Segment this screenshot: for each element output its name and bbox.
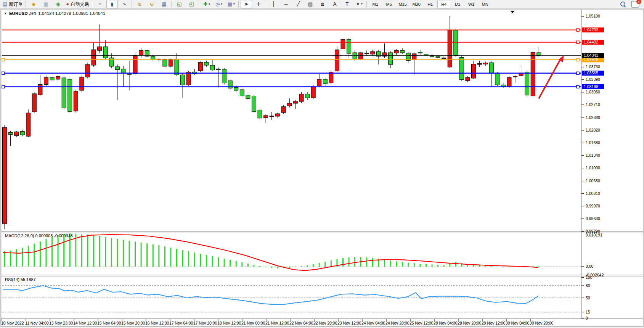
timeframe-mn-button[interactable]: MN (479, 0, 491, 8)
auto-trading-icon: ● (66, 0, 69, 8)
candle-down (454, 30, 458, 56)
price-tick-label: 1.01340 (586, 153, 600, 158)
arrows-button[interactable]: ✦▾ (353, 0, 365, 8)
auto-trading-button[interactable]: ●自动交易 (64, 0, 90, 8)
candle-down (216, 69, 220, 70)
timeframe-m30-button[interactable]: M30 (410, 0, 423, 8)
hline-right-handle[interactable] (577, 29, 579, 31)
new-order-icon: ▤ (3, 0, 7, 8)
cursor-button[interactable]: ➤ (241, 0, 252, 8)
candle-up (477, 63, 482, 64)
text-button[interactable]: A (329, 0, 340, 8)
price-tick-label: 1.02020 (586, 128, 600, 132)
tile-windows-button[interactable]: ▦ (158, 0, 170, 8)
zoom-out-button[interactable]: ⊖ (146, 0, 157, 8)
macd-bar (230, 260, 231, 267)
zoom-in-button[interactable]: ⊕ (134, 0, 145, 8)
hline-right-handle[interactable] (577, 85, 579, 88)
timeframe-d1-button[interactable]: D1 (451, 0, 464, 8)
chart-canvas[interactable]: MACD(12,26,9) 0.000003 -0.000348RSI(14) … (0, 9, 644, 328)
rsi-axis-label: 0 (586, 316, 588, 320)
candle-down (400, 50, 405, 53)
price-tick-label: 1.02710 (586, 102, 600, 107)
date-axis-label: 13 Nov 23:00 (49, 321, 73, 325)
data-window-button[interactable]: ▥ (40, 0, 51, 8)
macd-bar (426, 264, 427, 267)
date-axis-label: 17 Nov 04:00 (169, 321, 193, 325)
date-axis-label: 21 Nov 12:00 (265, 321, 289, 325)
line-chart-button[interactable]: ∿ (119, 0, 130, 8)
crosshair-button[interactable]: ✛ (253, 0, 264, 8)
candle-down (525, 72, 529, 95)
date-axis-label: 22 Nov 20:00 (313, 321, 337, 325)
navigator-button[interactable]: ◉ (52, 0, 64, 8)
price-tick-label: 1.00310 (586, 191, 600, 196)
timeframe-m1-button[interactable]: M1 (369, 0, 382, 8)
zoom-out-icon: ⊖ (150, 0, 154, 8)
candle-up (513, 76, 517, 77)
hline-right-handle[interactable] (577, 58, 579, 61)
price-tick-label: 1.05100 (586, 14, 600, 18)
arrange-windows-button[interactable]: ◰ (186, 0, 197, 8)
horizontal-line-button[interactable]: ─ (280, 0, 292, 8)
price-line-badge-label: 1.04402 (584, 40, 598, 44)
toolbar-separator (132, 1, 132, 8)
candle-up (317, 79, 321, 86)
candle-up (139, 50, 143, 55)
svg-text:0.00: 0.00 (586, 264, 594, 269)
text-label-button[interactable]: T (341, 0, 353, 8)
market-watch-button[interactable]: ◆ (28, 0, 39, 8)
bar-chart-button[interactable]: ≡ (94, 0, 106, 8)
hline-right-handle[interactable] (577, 41, 579, 43)
notifications-button[interactable]: 1 (630, 0, 641, 8)
hline-left-handle[interactable] (2, 85, 5, 88)
chart-collapse-icon[interactable]: ▼ (4, 12, 7, 15)
candle-up (365, 53, 369, 54)
macd-bar (443, 265, 445, 267)
date-axis-label: 15 Nov 04:00 (97, 321, 121, 325)
hline-right-handle[interactable] (577, 72, 579, 74)
macd-bar (69, 233, 71, 267)
candle-down (347, 39, 351, 53)
hline-left-handle[interactable] (2, 58, 5, 61)
macd-bar (384, 260, 385, 267)
chart-title: ▼ EURUSD-,H4 1.04124 1.04278 1.03981 1.0… (4, 11, 105, 16)
templates-button[interactable]: ▩▾ (225, 0, 237, 8)
trendline-button[interactable]: ╱ (292, 0, 304, 8)
candle-down (103, 47, 108, 58)
vertical-line-button[interactable]: │ (268, 0, 279, 8)
price-line-badge-label: 1.03198 (584, 84, 598, 89)
macd-bar (182, 250, 183, 267)
macd-bar (218, 257, 219, 267)
macd-bar (342, 258, 344, 267)
timeframe-h1-button[interactable]: H1 (424, 0, 437, 8)
macd-bar (51, 237, 53, 267)
timeframe-m15-button[interactable]: M15 (396, 0, 409, 8)
fibonacci-button[interactable]: ≣ (317, 0, 328, 8)
timeframe-m5-button[interactable]: M5 (382, 0, 395, 8)
periods-button[interactable]: ◷▾ (213, 0, 225, 8)
candle-up (3, 127, 7, 223)
new-order-button[interactable]: ▤新订单 (1, 0, 24, 8)
tile-windows-icon: ▦ (162, 0, 166, 8)
candle-down (234, 87, 238, 90)
macd-bar (324, 262, 326, 267)
macd-bar (414, 263, 415, 267)
candle-up (335, 50, 339, 71)
candlestick-chart-button[interactable]: ▮ (106, 0, 118, 8)
hline-left-handle[interactable] (2, 72, 5, 74)
candle-down (442, 58, 446, 59)
candle-up (472, 64, 476, 78)
add-indicator-button[interactable]: ✚▾ (201, 0, 212, 8)
equidistant-channel-button[interactable]: ▨ (305, 0, 316, 8)
candle-up (276, 114, 280, 116)
macd-bar (289, 267, 290, 268)
auto-arrange-button[interactable]: ◱ (173, 0, 185, 8)
search-button[interactable] (617, 0, 629, 8)
timeframe-h4-button[interactable]: H4 (437, 0, 450, 8)
candle-up (371, 51, 375, 54)
price-line-badge-label: 1.04733 (584, 27, 598, 32)
candle-down (181, 75, 185, 85)
timeframe-w1-button[interactable]: W1 (465, 0, 478, 8)
chevron-down-icon: ▾ (233, 0, 235, 8)
